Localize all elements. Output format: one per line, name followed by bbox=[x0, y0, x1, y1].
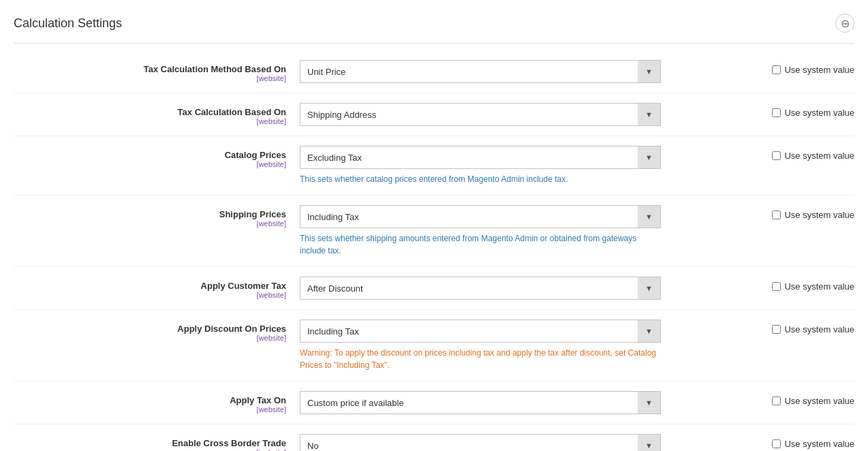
field-scope-apply_customer_tax: [website] bbox=[14, 291, 286, 299]
field-scope-catalog_prices: [website] bbox=[14, 160, 286, 168]
use-system-value-label-tax_calc_method: Use system value bbox=[784, 65, 854, 75]
select-wrapper-shipping_prices: Including TaxExcluding Tax▼ bbox=[300, 205, 661, 228]
form-row-apply_customer_tax: Apply Customer Tax[website]After Discoun… bbox=[14, 267, 854, 310]
select-wrapper-apply_customer_tax: After DiscountBefore Discount▼ bbox=[300, 277, 661, 300]
label-col-tax_calc_based_on: Tax Calculation Based On[website] bbox=[14, 103, 300, 125]
form-row-tax_calc_method: Tax Calculation Method Based On[website]… bbox=[14, 50, 854, 93]
warning-text-apply_discount_on_prices: Warning: To apply the discount on prices… bbox=[300, 347, 661, 371]
select-tax_calc_based_on[interactable]: Shipping AddressBilling AddressOrigin bbox=[300, 103, 661, 126]
select-wrapper-apply_tax_on: Custom price if availableOriginal price … bbox=[300, 391, 661, 414]
label-col-catalog_prices: Catalog Prices[website] bbox=[14, 146, 300, 168]
field-label-enable_cross_border_trade: Enable Cross Border Trade bbox=[14, 438, 286, 448]
system-value-col-catalog_prices: Use system value bbox=[762, 146, 854, 161]
use-system-value-label-enable_cross_border_trade: Use system value bbox=[784, 439, 854, 449]
field-scope-apply_tax_on: [website] bbox=[14, 405, 286, 414]
label-col-enable_cross_border_trade: Enable Cross Border Trade[website] bbox=[14, 434, 300, 451]
label-col-apply_customer_tax: Apply Customer Tax[website] bbox=[14, 277, 300, 299]
select-shipping_prices[interactable]: Including TaxExcluding Tax bbox=[300, 205, 661, 228]
field-scope-tax_calc_based_on: [website] bbox=[14, 117, 286, 125]
field-scope-tax_calc_method: [website] bbox=[14, 74, 286, 82]
use-system-value-label-tax_calc_based_on: Use system value bbox=[784, 108, 854, 118]
control-col-apply_customer_tax: After DiscountBefore Discount▼ bbox=[300, 277, 762, 300]
system-value-col-apply_tax_on: Use system value bbox=[762, 391, 854, 406]
select-wrapper-tax_calc_based_on: Shipping AddressBilling AddressOrigin▼ bbox=[300, 103, 661, 126]
select-enable_cross_border_trade[interactable]: NoYes bbox=[300, 434, 661, 451]
hint-text-catalog_prices: This sets whether catalog prices entered… bbox=[300, 173, 661, 185]
label-col-tax_calc_method: Tax Calculation Method Based On[website] bbox=[14, 60, 300, 82]
control-col-apply_discount_on_prices: Including TaxExcluding Tax▼Warning: To a… bbox=[300, 320, 762, 371]
system-value-col-tax_calc_method: Use system value bbox=[762, 60, 854, 75]
system-value-col-shipping_prices: Use system value bbox=[762, 205, 854, 220]
system-value-col-apply_customer_tax: Use system value bbox=[762, 277, 854, 292]
select-wrapper-enable_cross_border_trade: NoYes▼ bbox=[300, 434, 661, 451]
use-system-value-checkbox-enable_cross_border_trade[interactable] bbox=[772, 439, 781, 448]
field-label-tax_calc_method: Tax Calculation Method Based On bbox=[14, 64, 286, 74]
form-row-apply_discount_on_prices: Apply Discount On Prices[website]Includi… bbox=[14, 310, 854, 382]
use-system-value-checkbox-apply_discount_on_prices[interactable] bbox=[772, 325, 781, 334]
control-col-tax_calc_based_on: Shipping AddressBilling AddressOrigin▼ bbox=[300, 103, 762, 126]
use-system-value-checkbox-apply_tax_on[interactable] bbox=[772, 396, 781, 405]
control-col-enable_cross_border_trade: NoYes▼When catalog price includes tax, e… bbox=[300, 434, 762, 451]
field-scope-shipping_prices: [website] bbox=[14, 219, 286, 228]
page-container: Calculation Settings ⊖ Tax Calculation M… bbox=[0, 0, 868, 451]
select-tax_calc_method[interactable]: Unit PriceRow TotalTotal bbox=[300, 60, 661, 83]
control-col-catalog_prices: Excluding TaxIncluding Tax▼This sets whe… bbox=[300, 146, 762, 185]
label-col-shipping_prices: Shipping Prices[website] bbox=[14, 205, 300, 228]
select-wrapper-apply_discount_on_prices: Including TaxExcluding Tax▼ bbox=[300, 320, 661, 343]
field-scope-enable_cross_border_trade: [website] bbox=[14, 448, 286, 451]
use-system-value-checkbox-apply_customer_tax[interactable] bbox=[772, 282, 781, 291]
use-system-value-checkbox-catalog_prices[interactable] bbox=[772, 151, 781, 160]
use-system-value-label-shipping_prices: Use system value bbox=[784, 210, 854, 220]
field-label-apply_customer_tax: Apply Customer Tax bbox=[14, 281, 286, 291]
use-system-value-label-apply_customer_tax: Use system value bbox=[784, 281, 854, 292]
page-title: Calculation Settings bbox=[14, 16, 122, 31]
select-catalog_prices[interactable]: Excluding TaxIncluding Tax bbox=[300, 146, 661, 169]
field-label-catalog_prices: Catalog Prices bbox=[14, 150, 286, 160]
use-system-value-label-apply_tax_on: Use system value bbox=[784, 396, 854, 406]
hint-text-shipping_prices: This sets whether shipping amounts enter… bbox=[300, 232, 661, 257]
section-header: Calculation Settings ⊖ bbox=[14, 7, 854, 44]
form-row-catalog_prices: Catalog Prices[website]Excluding TaxIncl… bbox=[14, 136, 854, 196]
control-col-tax_calc_method: Unit PriceRow TotalTotal▼ bbox=[300, 60, 762, 83]
select-apply_tax_on[interactable]: Custom price if availableOriginal price … bbox=[300, 391, 661, 414]
system-value-col-enable_cross_border_trade: Use system value bbox=[762, 434, 854, 449]
select-wrapper-tax_calc_method: Unit PriceRow TotalTotal▼ bbox=[300, 60, 661, 83]
control-col-apply_tax_on: Custom price if availableOriginal price … bbox=[300, 391, 762, 414]
system-value-col-apply_discount_on_prices: Use system value bbox=[762, 320, 854, 335]
label-col-apply_discount_on_prices: Apply Discount On Prices[website] bbox=[14, 320, 300, 342]
control-col-shipping_prices: Including TaxExcluding Tax▼This sets whe… bbox=[300, 205, 762, 257]
field-label-apply_tax_on: Apply Tax On bbox=[14, 395, 286, 405]
form-row-shipping_prices: Shipping Prices[website]Including TaxExc… bbox=[14, 196, 854, 267]
use-system-value-checkbox-shipping_prices[interactable] bbox=[772, 211, 781, 219]
system-value-col-tax_calc_based_on: Use system value bbox=[762, 103, 854, 118]
select-wrapper-catalog_prices: Excluding TaxIncluding Tax▼ bbox=[300, 146, 661, 169]
form-row-apply_tax_on: Apply Tax On[website]Custom price if ava… bbox=[14, 382, 854, 424]
collapse-button[interactable]: ⊖ bbox=[835, 14, 854, 33]
field-label-tax_calc_based_on: Tax Calculation Based On bbox=[14, 107, 286, 117]
form-row-tax_calc_based_on: Tax Calculation Based On[website]Shippin… bbox=[14, 93, 854, 136]
form-row-enable_cross_border_trade: Enable Cross Border Trade[website]NoYes▼… bbox=[14, 424, 854, 451]
select-apply_customer_tax[interactable]: After DiscountBefore Discount bbox=[300, 277, 661, 300]
use-system-value-label-catalog_prices: Use system value bbox=[784, 151, 854, 161]
use-system-value-checkbox-tax_calc_based_on[interactable] bbox=[772, 108, 781, 117]
select-apply_discount_on_prices[interactable]: Including TaxExcluding Tax bbox=[300, 320, 661, 343]
field-label-apply_discount_on_prices: Apply Discount On Prices bbox=[14, 324, 286, 334]
fields-container: Tax Calculation Method Based On[website]… bbox=[14, 50, 854, 451]
field-label-shipping_prices: Shipping Prices bbox=[14, 209, 286, 219]
label-col-apply_tax_on: Apply Tax On[website] bbox=[14, 391, 300, 414]
use-system-value-checkbox-tax_calc_method[interactable] bbox=[772, 65, 781, 74]
use-system-value-label-apply_discount_on_prices: Use system value bbox=[784, 324, 854, 335]
field-scope-apply_discount_on_prices: [website] bbox=[14, 334, 286, 342]
